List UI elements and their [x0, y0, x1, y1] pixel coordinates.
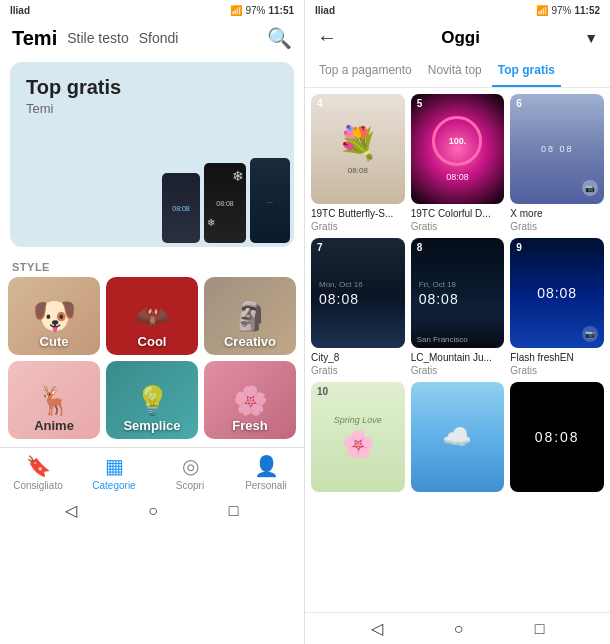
style-label-cute: Cute: [40, 334, 69, 349]
right-header: ← Oggi ▼: [305, 20, 610, 55]
theme-name-colorful: 19TC Colorful D...: [411, 208, 505, 219]
status-bar-left: Iliad 📶 97% 11:51: [0, 0, 304, 20]
wifi-icon: 📶: [230, 5, 242, 16]
nav-consigliato-label: Consigliato: [13, 480, 62, 491]
style-label-cool: Cool: [138, 334, 167, 349]
style-grid: 🐶 Cute 🦇 Cool 🗿 Creativo 🦌 Anime 💡 Sempl…: [0, 277, 304, 439]
back-system-btn[interactable]: ◁: [65, 501, 77, 520]
theme-thumb-spring: 10 Spring Love 🌸: [311, 382, 405, 492]
nav-categorie-label: Categorie: [92, 480, 135, 491]
theme-price-butterfly: Gratis: [311, 221, 405, 232]
right-page-title: Oggi: [345, 28, 576, 48]
theme-name-butterfly: 19TC Butterfly-S...: [311, 208, 405, 219]
left-header: Temi Stile testo Sfondi 🔍: [0, 20, 304, 56]
theme-grid-scroll[interactable]: 4 💐 08:08 19TC Butterfly-S... Gratis 5 1…: [305, 88, 610, 612]
home-system-btn-right[interactable]: ○: [454, 620, 464, 638]
style-label-creativo: Creativo: [224, 334, 276, 349]
dropdown-icon[interactable]: ▼: [584, 30, 598, 46]
carrier-left: Iliad: [10, 5, 30, 16]
time-left: 11:51: [268, 5, 294, 16]
theme-card-city8[interactable]: 7 Mon, Oct 16 08:08 City_8 Gratis: [311, 238, 405, 376]
theme-price-xmore: Gratis: [510, 221, 604, 232]
style-item-fresh[interactable]: 🌸 Fresh: [204, 361, 296, 439]
system-bar-left: ◁ ○ □: [0, 495, 304, 526]
section-style-label: STYLE: [0, 253, 304, 277]
time-right: 11:52: [574, 5, 600, 16]
theme-thumb-dark808: 08:08: [510, 382, 604, 492]
theme-num-7: 7: [317, 242, 323, 253]
search-icon[interactable]: 🔍: [267, 26, 292, 50]
nav-categorie[interactable]: ▦ Categorie: [76, 454, 152, 491]
theme-thumb-mountain: 8 Fri, Oct 18 08:08 San Francisco: [411, 238, 505, 348]
theme-card-spring[interactable]: 10 Spring Love 🌸: [311, 382, 405, 498]
tab-pagamento[interactable]: Top a pagamento: [313, 55, 418, 87]
theme-card-butterfly[interactable]: 4 💐 08:08 19TC Butterfly-S... Gratis: [311, 94, 405, 232]
style-item-anime[interactable]: 🦌 Anime: [8, 361, 100, 439]
theme-name-flash: Flash freshEN: [510, 352, 604, 363]
theme-num-6: 6: [516, 98, 522, 109]
theme-thumb-butterfly: 4 💐 08:08: [311, 94, 405, 204]
bottom-nav: 🔖 Consigliato ▦ Categorie ◎ Scopri 👤 Per…: [0, 447, 304, 495]
banner-phones: 08:08 08:08 ❄ ❄ ...: [94, 97, 294, 247]
nav-consigliato-icon: 🔖: [26, 454, 51, 478]
theme-price-city8: Gratis: [311, 365, 405, 376]
nav-consigliato[interactable]: 🔖 Consigliato: [0, 454, 76, 491]
status-bar-right: Iliad 📶 97% 11:52: [305, 0, 610, 20]
recent-system-btn-right[interactable]: □: [535, 620, 545, 638]
page-title-left: Temi: [12, 27, 57, 50]
nav-sfondi[interactable]: Sfondi: [139, 30, 179, 46]
style-item-semplice[interactable]: 💡 Semplice: [106, 361, 198, 439]
nav-personali-icon: 👤: [254, 454, 279, 478]
theme-price-colorful: Gratis: [411, 221, 505, 232]
style-label-fresh: Fresh: [232, 418, 267, 433]
nav-personali[interactable]: 👤 Personali: [228, 454, 304, 491]
tab-bar: Top a pagamento Novità top Top gratis: [305, 55, 610, 88]
system-bar-right: ◁ ○ □: [305, 612, 610, 644]
back-system-btn-right[interactable]: ◁: [371, 619, 383, 638]
home-system-btn[interactable]: ○: [148, 502, 158, 520]
theme-num-8: 8: [417, 242, 423, 253]
battery-right: 97%: [551, 5, 571, 16]
left-panel: Iliad 📶 97% 11:51 Temi Stile testo Sfond…: [0, 0, 305, 644]
theme-grid: 4 💐 08:08 19TC Butterfly-S... Gratis 5 1…: [311, 94, 604, 498]
theme-num-4: 4: [317, 98, 323, 109]
theme-price-flash: Gratis: [510, 365, 604, 376]
right-panel: Iliad 📶 97% 11:52 ← Oggi ▼ Top a pagamen…: [305, 0, 610, 644]
nav-scopri[interactable]: ◎ Scopri: [152, 454, 228, 491]
theme-thumb-city8: 7 Mon, Oct 16 08:08: [311, 238, 405, 348]
theme-card-xmore[interactable]: 6 08 08 📷 X more Gratis: [510, 94, 604, 232]
theme-card-sky[interactable]: ☁️: [411, 382, 505, 498]
theme-name-city8: City_8: [311, 352, 405, 363]
theme-thumb-colorful: 5 100. 08:08: [411, 94, 505, 204]
tab-gratis[interactable]: Top gratis: [492, 55, 561, 87]
wifi-icon-right: 📶: [536, 5, 548, 16]
nav-scopri-label: Scopri: [176, 480, 204, 491]
theme-card-mountain[interactable]: 8 Fri, Oct 18 08:08 San Francisco LC_Mou…: [411, 238, 505, 376]
battery-left: 97%: [245, 5, 265, 16]
carrier-right: Iliad: [315, 5, 335, 16]
recent-system-btn[interactable]: □: [229, 502, 239, 520]
theme-num-10: 10: [317, 386, 328, 397]
theme-card-flash[interactable]: 9 08:08 📷 Flash freshEN Gratis: [510, 238, 604, 376]
banner-title: Top gratis: [26, 76, 278, 99]
theme-card-colorful[interactable]: 5 100. 08:08 19TC Colorful D... Gratis: [411, 94, 505, 232]
banner[interactable]: Top gratis Temi 08:08 08:08 ❄ ❄ ...: [10, 62, 294, 247]
back-button[interactable]: ←: [317, 26, 337, 49]
style-item-cool[interactable]: 🦇 Cool: [106, 277, 198, 355]
theme-name-mountain: LC_Mountain Ju...: [411, 352, 505, 363]
theme-name-xmore: X more: [510, 208, 604, 219]
style-item-creativo[interactable]: 🗿 Creativo: [204, 277, 296, 355]
style-label-anime: Anime: [34, 418, 74, 433]
theme-num-9: 9: [516, 242, 522, 253]
theme-thumb-sky: ☁️: [411, 382, 505, 492]
theme-thumb-flash: 9 08:08 📷: [510, 238, 604, 348]
style-label-semplice: Semplice: [123, 418, 180, 433]
nav-scopri-icon: ◎: [182, 454, 199, 478]
nav-categorie-icon: ▦: [105, 454, 124, 478]
theme-num-5: 5: [417, 98, 423, 109]
theme-thumb-xmore: 6 08 08 📷: [510, 94, 604, 204]
nav-stile-testo[interactable]: Stile testo: [67, 30, 128, 46]
tab-novita[interactable]: Novità top: [422, 55, 488, 87]
style-item-cute[interactable]: 🐶 Cute: [8, 277, 100, 355]
theme-card-dark808[interactable]: 08:08: [510, 382, 604, 498]
